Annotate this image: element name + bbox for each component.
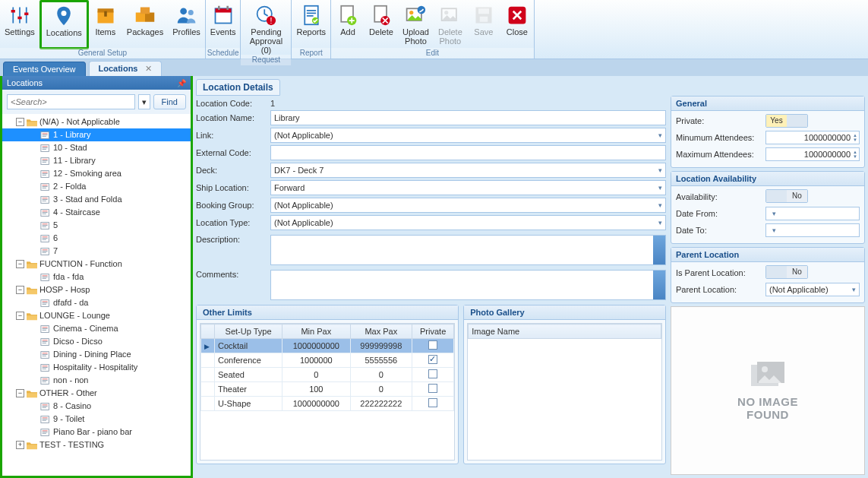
tree-item[interactable]: 6: [2, 232, 191, 245]
col-header[interactable]: Private: [412, 324, 454, 339]
toggle-private[interactable]: Yes: [765, 114, 808, 128]
tree-item[interactable]: 9 - Toilet: [2, 413, 191, 426]
table-row[interactable]: ▶Cocktail1000000000999999998: [201, 339, 454, 353]
tree-folder[interactable]: −(N/A) - Not Applicable: [2, 116, 191, 128]
label-min: Minumum Attendees:: [676, 133, 765, 142]
ribbon-group-label: Request: [241, 55, 291, 65]
checkbox[interactable]: [428, 369, 437, 378]
spin-max[interactable]: 1000000000▲▼: [765, 147, 860, 161]
tree-item[interactable]: Dicso - Dicso: [2, 335, 191, 348]
tree-item[interactable]: Cinema - Cinema: [2, 322, 191, 335]
date-to[interactable]: [765, 223, 860, 237]
col-header[interactable]: Min Pax: [282, 324, 350, 339]
tree-folder[interactable]: −LOUNGE - Lounge: [2, 309, 191, 322]
ribbon-group-label: General Setup: [0, 48, 205, 59]
search-input[interactable]: [7, 94, 135, 109]
combo-link[interactable]: (Not Applicable): [270, 128, 666, 143]
tree-folder[interactable]: +TEST - TESTING: [2, 438, 191, 451]
spin-ctrl[interactable]: ▲▼: [853, 150, 857, 159]
textarea-desc[interactable]: [270, 235, 666, 265]
delete-button[interactable]: Delete: [365, 2, 398, 48]
tab-events-overview[interactable]: Events Overview: [3, 62, 86, 76]
reports-button[interactable]: Reports: [292, 2, 330, 48]
tab-locations[interactable]: Locations ✕: [89, 61, 162, 76]
svg-rect-106: [43, 380, 48, 381]
combo-shiploc[interactable]: Forward: [270, 180, 666, 195]
table-row[interactable]: Conference10000005555556: [201, 353, 454, 368]
scrollbar[interactable]: [653, 236, 665, 264]
settings-button[interactable]: Settings: [0, 2, 39, 48]
svg-rect-82: [43, 277, 48, 277]
col-image-name[interactable]: Image Name: [469, 324, 661, 339]
photo-gallery-panel: Photo Gallery Image Name: [463, 305, 666, 464]
photo-delete-icon: [440, 3, 461, 27]
tree-item[interactable]: 12 - Smoking area: [2, 167, 191, 180]
combo-bookgrp[interactable]: (Not Applicable): [270, 198, 666, 213]
tree-item[interactable]: 8 - Casino: [2, 400, 191, 413]
input-name[interactable]: Library: [270, 110, 666, 125]
checkbox[interactable]: [428, 398, 437, 407]
tree-item[interactable]: 10 - Stad: [2, 141, 191, 154]
locations-button[interactable]: Locations: [39, 0, 89, 49]
tree-item[interactable]: Hospitality - Hospitality: [2, 361, 191, 374]
col-header[interactable]: Max Pax: [350, 324, 412, 339]
add-button[interactable]: Add: [331, 2, 365, 48]
packages-button[interactable]: Packages: [122, 2, 168, 48]
tab-label: Events Overview: [13, 65, 76, 74]
photo-gallery-grid[interactable]: Image Name: [467, 323, 662, 461]
input-ext[interactable]: [270, 145, 666, 160]
spin-ctrl[interactable]: ▲▼: [853, 133, 857, 142]
table-row[interactable]: Theater1000: [201, 382, 454, 397]
date-from[interactable]: [765, 207, 860, 220]
spin-min[interactable]: 1000000000▲▼: [765, 131, 860, 144]
toggle-avail[interactable]: No: [765, 189, 808, 203]
tree-item[interactable]: 3 - Stad and Folda: [2, 193, 191, 206]
locations-tree[interactable]: −(N/A) - Not Applicable1 - Library10 - S…: [2, 114, 191, 476]
tree-item[interactable]: non - non: [2, 374, 191, 387]
tree-folder[interactable]: −HOSP - Hosp: [2, 283, 191, 296]
other-limits-grid[interactable]: Set-Up TypeMin PaxMax PaxPrivate▶Cocktai…: [200, 323, 455, 461]
tree-item[interactable]: Dining - Dining Place: [2, 348, 191, 361]
pin-icon[interactable]: 📌: [177, 79, 186, 87]
tree-item[interactable]: dfafd - da: [2, 296, 191, 309]
scrollbar[interactable]: [653, 271, 665, 299]
label-link: Link:: [196, 131, 270, 140]
label-name: Location Name:: [196, 113, 270, 122]
col-header[interactable]: Set-Up Type: [215, 324, 282, 339]
checkbox[interactable]: [428, 340, 437, 350]
find-button[interactable]: Find: [153, 94, 186, 109]
combo-deck[interactable]: DK7 - Deck 7: [270, 163, 666, 178]
toggle-isparent[interactable]: No: [765, 265, 808, 279]
events-button[interactable]: Events: [206, 2, 241, 48]
table-row[interactable]: U-Shape1000000000222222222: [201, 397, 454, 411]
profiles-button[interactable]: Profiles: [168, 2, 205, 48]
upload-photo-button[interactable]: Upload Photo: [398, 2, 434, 48]
checkbox[interactable]: [428, 384, 437, 393]
tree-item[interactable]: 7: [2, 245, 191, 258]
tree-item[interactable]: Piano Bar - piano bar: [2, 426, 191, 438]
svg-rect-65: [43, 211, 48, 211]
combo-parentloc[interactable]: (Not Applicable): [765, 283, 860, 296]
pending-approval-button[interactable]: ! Pending Approval (0): [241, 2, 291, 55]
label-dateto: Date To:: [676, 226, 765, 235]
tree-item[interactable]: 2 - Folda: [2, 180, 191, 193]
tree-item[interactable]: 4 - Staircase: [2, 206, 191, 219]
tree-item[interactable]: fda - fda: [2, 271, 191, 283]
checkbox[interactable]: [428, 355, 437, 364]
svg-rect-41: [43, 133, 48, 134]
tree-item[interactable]: 11 - Library: [2, 154, 191, 167]
tree-folder[interactable]: −FUCNTION - Function: [2, 258, 191, 271]
tree-item[interactable]: 1 - Library: [2, 128, 191, 141]
svg-rect-103: [43, 368, 46, 369]
dropdown-icon[interactable]: ▾: [138, 94, 150, 109]
tree-folder[interactable]: −OTHER - Other: [2, 387, 191, 400]
svg-rect-94: [43, 341, 48, 342]
items-button[interactable]: Items: [89, 2, 122, 48]
combo-loctype[interactable]: (Not Applicable): [270, 215, 666, 230]
close-button[interactable]: Close: [500, 2, 534, 48]
ribbon-group-schedule: Events Schedule: [206, 0, 241, 59]
table-row[interactable]: Seated00: [201, 368, 454, 382]
tree-item[interactable]: 5: [2, 219, 191, 232]
textarea-comm[interactable]: [270, 270, 666, 300]
tab-close-icon[interactable]: ✕: [145, 64, 152, 73]
